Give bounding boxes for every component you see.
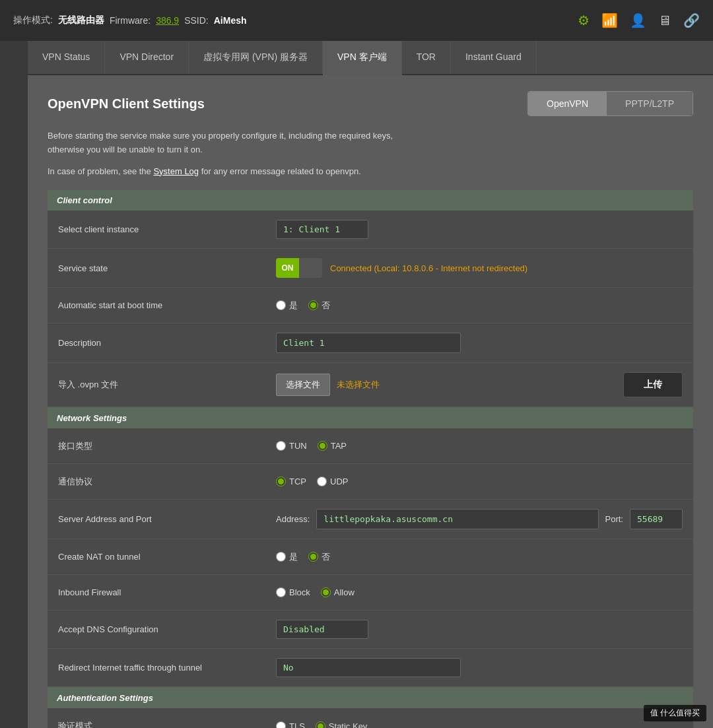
auto-start-control: 是 否 [276, 300, 683, 312]
network-icon[interactable]: 🔗 [683, 13, 700, 28]
pptp-toggle-btn[interactable]: PPTP/L2TP [607, 92, 693, 116]
service-toggle[interactable]: ON [276, 258, 322, 278]
auto-start-yes-label[interactable]: 是 [276, 300, 298, 312]
firewall-allow-radio[interactable] [321, 587, 331, 597]
nat-no-label[interactable]: 否 [308, 551, 330, 563]
protocol-control: TCP UDP [276, 477, 683, 486]
port-input[interactable] [630, 509, 683, 529]
nat-no-radio[interactable] [308, 552, 318, 562]
content-area: OpenVPN Client Settings OpenVPN PPTP/L2T… [28, 75, 713, 728]
dns-select[interactable]: Disabled [276, 620, 368, 639]
interface-type-label: 接口类型 [58, 440, 276, 452]
choose-file-btn[interactable]: 选择文件 [276, 374, 330, 396]
tab-nav: VPN Status VPN Director 虚拟专用网 (VPN) 服务器 … [28, 41, 713, 75]
tap-label[interactable]: TAP [318, 441, 347, 451]
server-addr-row: Server Address and Port Address: Port: [48, 500, 693, 539]
description-input[interactable] [276, 333, 461, 353]
wifi-icon[interactable]: 📶 [601, 13, 618, 28]
auto-start-no-label[interactable]: 否 [308, 300, 330, 312]
toggle-switch-wrap: ON Connected (Local: 10.8.0.6 - Internet… [276, 258, 527, 278]
static-key-radio[interactable] [316, 721, 325, 728]
tab-vpn-client[interactable]: VPN 客户端 [323, 41, 402, 75]
firewall-block-radio[interactable] [276, 587, 286, 597]
client-instance-select[interactable]: 1: Client 1 [276, 220, 368, 239]
page-title: OpenVPN Client Settings [48, 96, 205, 112]
tab-vpn-server[interactable]: 虚拟专用网 (VPN) 服务器 [189, 41, 323, 74]
static-key-text: Static Key [329, 721, 368, 728]
udp-radio[interactable] [317, 477, 327, 486]
firewall-label: Inbound Firewall [58, 587, 276, 597]
redirect-control: No [276, 658, 683, 677]
openvpn-toggle-btn[interactable]: OpenVPN [528, 92, 607, 116]
upload-btn[interactable]: 上传 [623, 372, 683, 397]
client-control-section: Client control Select client instance 1:… [48, 190, 693, 407]
interface-type-control: TUN TAP [276, 441, 683, 451]
interface-radio-group: TUN TAP [276, 441, 347, 451]
auth-mode-row: 验证模式 TLS Static Key [48, 708, 693, 728]
watermark: 值 什么值得买 [644, 705, 706, 721]
desc3: In case of problem, see the [48, 166, 151, 176]
tun-label[interactable]: TUN [276, 441, 307, 451]
tls-text: TLS [289, 721, 305, 728]
import-ovpn-label: 导入 .ovpn 文件 [58, 379, 276, 391]
gear-icon[interactable]: ⚙ [578, 13, 590, 28]
auto-start-yes-radio[interactable] [276, 300, 286, 310]
redirect-select[interactable]: No [276, 658, 461, 677]
tls-radio[interactable] [276, 721, 286, 728]
protocol-row: 通信协议 TCP UDP [48, 464, 693, 500]
server-addr-group: Address: Port: [276, 509, 683, 529]
tls-label[interactable]: TLS [276, 721, 305, 728]
server-addr-control: Address: Port: [276, 509, 683, 529]
layout: VPN Status VPN Director 虚拟专用网 (VPN) 服务器 … [0, 41, 713, 728]
system-log-link[interactable]: System Log [153, 166, 199, 176]
import-ovpn-control: 选择文件 未选择文件 上传 [276, 372, 683, 397]
firewall-block-text: Block [289, 587, 310, 597]
client-control-header: Client control [48, 190, 693, 211]
static-key-label[interactable]: Static Key [316, 721, 368, 728]
mode-value: 无线路由器 [58, 15, 104, 26]
description-block: Before starting the service make sure yo… [48, 129, 693, 178]
page-header: OpenVPN Client Settings OpenVPN PPTP/L2T… [48, 91, 693, 116]
tab-vpn-director[interactable]: VPN Director [105, 41, 189, 74]
description-label: Description [58, 338, 276, 348]
monitor-icon[interactable]: 🖥 [658, 13, 671, 28]
dns-label: Accept DNS Configuration [58, 624, 276, 634]
firewall-allow-text: Allow [334, 587, 355, 597]
network-settings-section: Network Settings 接口类型 TUN TAP [48, 408, 693, 686]
service-state-label: Service state [58, 263, 276, 273]
protocol-radio-group: TCP UDP [276, 477, 348, 486]
tap-text: TAP [331, 441, 347, 451]
firmware-value[interactable]: 386.9 [156, 15, 179, 26]
nat-radio-group: 是 否 [276, 551, 330, 563]
firewall-allow-label[interactable]: Allow [321, 587, 355, 597]
desc1: Before starting the service make sure yo… [48, 131, 393, 141]
tab-instant-guard[interactable]: Instant Guard [451, 41, 537, 74]
udp-label[interactable]: UDP [317, 477, 348, 486]
auto-start-no-text: 否 [322, 300, 330, 312]
auth-settings-header: Authentication Settings [48, 688, 693, 708]
nat-yes-radio[interactable] [276, 552, 286, 562]
tun-radio[interactable] [276, 441, 286, 451]
tab-tor[interactable]: TOR [402, 41, 451, 74]
protocol-label: 通信协议 [58, 476, 276, 488]
address-input[interactable] [316, 509, 598, 529]
tcp-radio[interactable] [276, 477, 286, 486]
udp-text: UDP [330, 477, 348, 486]
auth-mode-control: TLS Static Key [276, 721, 683, 728]
tcp-label[interactable]: TCP [276, 477, 306, 486]
top-bar: 操作模式: 无线路由器 Firmware: 386.9 SSID: AiMesh… [0, 0, 713, 41]
firewall-block-label[interactable]: Block [276, 587, 310, 597]
top-bar-icons: ⚙ 📶 👤 🖥 🔗 [578, 13, 700, 28]
auto-start-yes-text: 是 [289, 300, 298, 312]
ssid-value: AiMesh [214, 15, 247, 26]
auth-settings-section: Authentication Settings 验证模式 TLS Sta [48, 688, 693, 728]
redirect-row: Redirect Internet traffic through tunnel… [48, 649, 693, 686]
user-icon[interactable]: 👤 [630, 13, 646, 28]
nat-yes-label[interactable]: 是 [276, 551, 298, 563]
tab-vpn-status[interactable]: VPN Status [28, 41, 105, 74]
auto-start-label: Automatic start at boot time [58, 300, 276, 310]
auto-start-no-radio[interactable] [308, 300, 318, 310]
nat-yes-text: 是 [289, 551, 298, 563]
select-instance-row: Select client instance 1: Client 1 [48, 211, 693, 249]
tap-radio[interactable] [318, 441, 327, 451]
